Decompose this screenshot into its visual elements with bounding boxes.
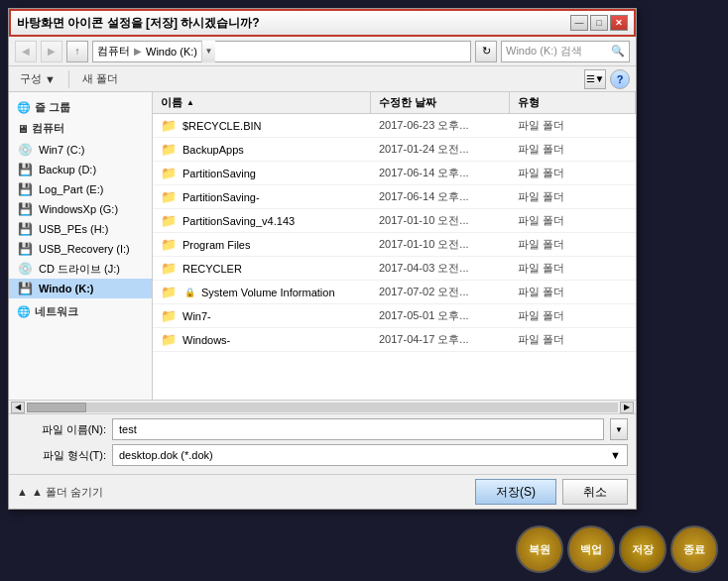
- drive-icon-4: 💾: [17, 221, 33, 237]
- file-name-8: Win7-: [182, 310, 211, 322]
- sidebar-item-drive-2[interactable]: 💾Log_Part (E:): [9, 179, 152, 199]
- search-placeholder: Windo (K:) 검색: [506, 44, 611, 58]
- col-header-date[interactable]: 수정한 날짜: [371, 92, 510, 113]
- sidebar-item-drive-6[interactable]: 💿CD 드라이브 (J:): [9, 259, 152, 279]
- computer-icon: 🖥: [17, 123, 28, 135]
- table-row[interactable]: 📁 Windows- 2017-04-17 오후... 파일 폴더: [153, 328, 636, 352]
- main-content: 🌐 즐 그룹 🖥 컴퓨터 💿Win7 (C:)💾Backup (D:)💾Log_…: [9, 92, 636, 400]
- file-type-cell-2: 파일 폴더: [510, 164, 636, 182]
- filetype-value: desktop.dok (*.dok): [119, 449, 213, 461]
- file-type-cell-5: 파일 폴더: [510, 235, 636, 254]
- drive-icon-6: 💿: [17, 261, 33, 277]
- address-part-2: Windo (K:): [146, 46, 197, 58]
- cancel-button[interactable]: 취소: [562, 479, 628, 505]
- file-type-cell-8: 파일 폴더: [510, 306, 636, 325]
- table-row[interactable]: 📁 RECYCLER 2017-04-03 오전... 파일 폴더: [153, 257, 636, 281]
- new-folder-button[interactable]: 새 폴더: [77, 68, 123, 89]
- address-part-1: 컴퓨터: [97, 44, 130, 58]
- file-icon-8: 📁: [161, 308, 177, 323]
- sidebar-item-drive-0[interactable]: 💿Win7 (C:): [9, 140, 152, 160]
- close-button[interactable]: ✕: [610, 15, 628, 31]
- file-icon-0: 📁: [161, 118, 177, 133]
- address-dropdown-button[interactable]: ▼: [201, 41, 215, 62]
- network2-icon: 🌐: [17, 305, 31, 318]
- col-header-name[interactable]: 이름 ▲: [153, 92, 371, 113]
- drive-label-0: Win7 (C:): [39, 144, 84, 156]
- file-date-cell-9: 2017-04-17 오후...: [371, 330, 510, 349]
- table-row[interactable]: 📁 PartitionSaving 2017-06-14 오후... 파일 폴더: [153, 162, 636, 185]
- horizontal-scrollbar[interactable]: ◀ ▶: [9, 400, 636, 413]
- taskbar-back-button[interactable]: 백업: [567, 525, 615, 573]
- filetype-select[interactable]: desktop.dok (*.dok) ▼: [112, 444, 628, 466]
- scroll-thumb[interactable]: [27, 403, 86, 412]
- up-button[interactable]: ↑: [66, 41, 88, 62]
- search-icon[interactable]: 🔍: [611, 45, 625, 58]
- save-button[interactable]: 저장(S): [475, 479, 556, 505]
- sidebar-item-drive-3[interactable]: 💾WindowsXp (G:): [9, 199, 152, 219]
- table-row[interactable]: 📁 Program Files 2017-01-10 오전... 파일 폴더: [153, 233, 636, 257]
- file-name-0: $RECYCLE.BIN: [182, 120, 261, 132]
- sidebar-item-drive-5[interactable]: 💾USB_Recovery (I:): [9, 239, 152, 259]
- file-list: 📁 $RECYCLE.BIN 2017-06-23 오후... 파일 폴더 📁 …: [153, 114, 636, 400]
- folder-toggle-button[interactable]: ▲ ▲ 폴더 숨기기: [17, 485, 103, 500]
- help-button[interactable]: ?: [610, 69, 630, 89]
- view-button[interactable]: ☰ ▼: [584, 69, 606, 89]
- file-name-cell-4: 📁 PartitionSaving_v4.143: [153, 211, 371, 230]
- taskbar-restore-button[interactable]: 복원: [516, 525, 563, 573]
- scroll-left-button[interactable]: ◀: [11, 402, 25, 413]
- file-icon-5: 📁: [161, 237, 177, 252]
- search-box: Windo (K:) 검색 🔍: [501, 41, 630, 62]
- organize-button[interactable]: 구성 ▼: [15, 68, 61, 89]
- sidebar-item-drive-1[interactable]: 💾Backup (D:): [9, 160, 152, 179]
- file-type-cell-1: 파일 폴더: [510, 140, 636, 159]
- refresh-button[interactable]: ↻: [475, 41, 497, 62]
- scroll-track[interactable]: [27, 403, 618, 412]
- taskbar-save-button[interactable]: 저장: [619, 525, 667, 573]
- drive-label-3: WindowsXp (G:): [39, 203, 118, 215]
- forward-button[interactable]: ▶: [41, 41, 62, 62]
- file-date-cell-5: 2017-01-10 오전...: [371, 235, 510, 254]
- file-icon-7: 📁: [161, 285, 177, 299]
- back-button[interactable]: ◀: [15, 41, 37, 62]
- table-row[interactable]: 📁 Win7- 2017-05-01 오후... 파일 폴더: [153, 304, 636, 328]
- file-date-cell-0: 2017-06-23 오후...: [371, 116, 510, 135]
- title-bar-controls: — □ ✕: [570, 15, 628, 31]
- taskbar-buttons: 복원 백업 저장 종료: [516, 525, 718, 573]
- drive-label-5: USB_Recovery (I:): [39, 243, 130, 255]
- sidebar-item-drive-4[interactable]: 💾USB_PEs (H:): [9, 219, 152, 239]
- organize-arrow-icon: ▼: [45, 73, 56, 85]
- filename-dropdown-button[interactable]: ▼: [610, 418, 628, 440]
- col-header-type[interactable]: 유형: [510, 92, 636, 113]
- file-name-3: PartitionSaving-: [182, 191, 260, 203]
- dialog-title: 바탕화면 아이콘 설정을 [저장] 하시겠습니까?: [17, 15, 260, 32]
- table-row[interactable]: 📁 PartitionSaving_v4.143 2017-01-10 오전..…: [153, 209, 636, 233]
- table-row[interactable]: 📁 🔒 System Volume Information 2017-07-02…: [153, 281, 636, 304]
- filename-label: 파일 이름(N):: [17, 422, 106, 437]
- table-row[interactable]: 📁 $RECYCLE.BIN 2017-06-23 오후... 파일 폴더: [153, 114, 636, 138]
- table-row[interactable]: 📁 BackupApps 2017-01-24 오전... 파일 폴더: [153, 138, 636, 162]
- minimize-button[interactable]: —: [570, 15, 588, 31]
- sidebar-item-drive-7[interactable]: 💾Windo (K:): [9, 279, 152, 298]
- scroll-right-button[interactable]: ▶: [620, 402, 634, 413]
- drive-icon-2: 💾: [17, 181, 33, 197]
- maximize-button[interactable]: □: [590, 15, 608, 31]
- table-row[interactable]: 📁 PartitionSaving- 2017-06-14 오후... 파일 폴…: [153, 185, 636, 209]
- file-name-cell-6: 📁 RECYCLER: [153, 259, 371, 278]
- sidebar-computer-header: 🖥 컴퓨터: [9, 117, 152, 138]
- file-type-cell-4: 파일 폴더: [510, 211, 636, 230]
- file-name-7: System Volume Information: [201, 287, 335, 298]
- filetype-row: 파일 형식(T): desktop.dok (*.dok) ▼: [17, 444, 628, 466]
- file-name-cell-9: 📁 Windows-: [153, 330, 371, 349]
- file-type-cell-6: 파일 폴더: [510, 259, 636, 278]
- file-name-9: Windows-: [182, 334, 230, 346]
- drive-label-6: CD 드라이브 (J:): [39, 262, 120, 277]
- file-type-cell-7: 파일 폴더: [510, 283, 636, 301]
- file-date-cell-8: 2017-05-01 오후...: [371, 306, 510, 325]
- taskbar-exit-button[interactable]: 종료: [670, 525, 718, 573]
- sidebar-network-header: 🌐 네트워크: [9, 300, 152, 321]
- file-type-cell-9: 파일 폴더: [510, 330, 636, 349]
- filename-input[interactable]: [112, 418, 604, 440]
- filename-row: 파일 이름(N): ▼: [17, 418, 628, 440]
- file-icon-9: 📁: [161, 332, 177, 347]
- address-bar[interactable]: 컴퓨터 ▶ Windo (K:) ▼: [92, 41, 471, 62]
